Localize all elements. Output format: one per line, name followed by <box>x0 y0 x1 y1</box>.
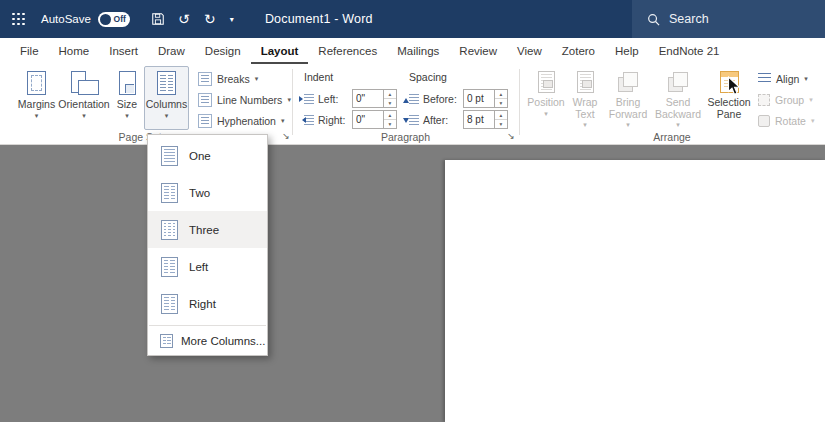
tab-file[interactable]: File <box>10 38 49 64</box>
columns-three-icon <box>161 220 178 240</box>
indent-left-input[interactable] <box>352 89 384 108</box>
spin-up-button[interactable]: ▴ <box>384 111 396 120</box>
align-button[interactable]: Align ▾ <box>758 69 808 88</box>
tab-draw[interactable]: Draw <box>148 38 195 64</box>
tab-review[interactable]: Review <box>449 38 507 64</box>
orientation-button[interactable]: Orientation ▾ <box>57 66 111 130</box>
spacing-before-row: Before: ▴ ▾ <box>405 89 508 108</box>
ribbon-tab-row: File Home Insert Draw Design Layout Refe… <box>0 38 825 64</box>
breaks-label: Breaks <box>217 73 250 85</box>
spacing-after-spinner: ▴ ▾ <box>463 110 508 129</box>
group-objects-icon <box>758 94 770 106</box>
document-page[interactable] <box>445 160 825 422</box>
menu-item-label: Right <box>189 298 216 310</box>
search-box[interactable]: Search <box>632 0 825 38</box>
spacing-before-icon <box>405 93 419 105</box>
autosave-label: AutoSave <box>41 13 91 25</box>
paragraph-dialog-launcher[interactable]: ↘ <box>505 130 517 142</box>
redo-button[interactable]: ↻ <box>199 8 221 30</box>
indent-heading: Indent <box>304 71 333 83</box>
chevron-down-icon: ▾ <box>809 96 813 104</box>
tab-layout[interactable]: Layout <box>251 38 309 64</box>
selection-pane-label: Selection Pane <box>707 97 751 120</box>
size-button[interactable]: Size ▾ <box>111 66 143 130</box>
quick-access-more-button[interactable]: ▾ <box>225 8 239 30</box>
indent-right-spinner: ▴ ▾ <box>352 110 397 129</box>
spin-up-button[interactable]: ▴ <box>495 111 507 120</box>
indent-right-label: Right: <box>318 114 348 126</box>
chevron-down-icon: ▾ <box>255 75 259 83</box>
margins-button[interactable]: Margins ▾ <box>14 66 59 130</box>
tab-mailings[interactable]: Mailings <box>387 38 449 64</box>
mouse-cursor <box>727 76 741 96</box>
chevron-down-icon: ▾ <box>281 117 285 125</box>
chevron-down-icon: ▾ <box>544 110 548 118</box>
columns-menu-item-left[interactable]: Left <box>148 248 267 285</box>
hyphenation-label: Hyphenation <box>217 115 276 127</box>
tab-home[interactable]: Home <box>49 38 100 64</box>
undo-button[interactable]: ↺ <box>173 8 195 30</box>
arrange-group-label: Arrange <box>519 131 825 143</box>
menu-item-label: Left <box>189 261 208 273</box>
menu-item-label: Two <box>189 187 210 199</box>
autosave-toggle[interactable]: Off <box>98 12 130 27</box>
word-window: AutoSave Off ↺ ↻ ▾ Document1 - Word Sear… <box>0 0 825 422</box>
indent-left-spinner: ▴ ▾ <box>352 89 397 108</box>
chevron-down-icon: ▾ <box>287 96 291 104</box>
indent-right-input[interactable] <box>352 110 384 129</box>
tab-design[interactable]: Design <box>195 38 251 64</box>
position-label: Position <box>527 97 564 109</box>
spin-down-button[interactable]: ▾ <box>384 120 396 128</box>
indent-left-icon <box>300 93 314 105</box>
spin-up-button[interactable]: ▴ <box>495 90 507 99</box>
columns-one-icon <box>161 146 178 166</box>
spacing-after-label: After: <box>423 114 459 126</box>
spin-down-button[interactable]: ▾ <box>495 120 507 128</box>
send-backward-icon <box>667 71 689 93</box>
columns-menu-item-two[interactable]: Two <box>148 174 267 211</box>
page-setup-dialog-launcher[interactable]: ↘ <box>280 130 292 142</box>
size-label: Size <box>117 99 137 111</box>
spacing-before-label: Before: <box>423 93 459 105</box>
chevron-down-icon: ▾ <box>82 112 86 120</box>
group-divider <box>292 69 293 135</box>
columns-right-icon <box>161 294 178 314</box>
spin-down-button[interactable]: ▾ <box>384 99 396 107</box>
send-backward-button: Send Backward ▾ <box>652 66 704 130</box>
tab-help[interactable]: Help <box>605 38 649 64</box>
more-columns-label: More Columns... <box>181 335 265 347</box>
breaks-button[interactable]: Breaks ▾ <box>198 69 258 88</box>
position-icon <box>538 71 555 93</box>
save-button[interactable] <box>147 8 169 30</box>
rotate-label: Rotate <box>775 115 806 127</box>
line-numbers-button[interactable]: Line Numbers ▾ <box>198 90 291 109</box>
spin-up-button[interactable]: ▴ <box>384 90 396 99</box>
spin-down-button[interactable]: ▾ <box>495 99 507 107</box>
ribbon: Margins ▾ Orientation ▾ Size ▾ Columns ▾… <box>0 64 825 145</box>
orientation-icon <box>71 71 97 95</box>
tab-endnote-21[interactable]: EndNote 21 <box>649 38 730 64</box>
wrap-text-label: Wrap Text <box>567 97 603 120</box>
columns-menu-item-right[interactable]: Right <box>148 285 267 322</box>
autosave-state: Off <box>114 13 126 25</box>
tab-references[interactable]: References <box>308 38 387 64</box>
more-columns-item[interactable]: More Columns... <box>148 329 267 353</box>
spacing-after-input[interactable] <box>463 110 495 129</box>
columns-menu-item-one[interactable]: One <box>148 137 267 174</box>
document-title: Document1 - Word <box>265 12 373 26</box>
indent-left-row: Left: ▴ ▾ <box>300 89 397 108</box>
tab-insert[interactable]: Insert <box>99 38 148 64</box>
chevron-down-icon: ▾ <box>583 121 587 129</box>
columns-two-icon <box>161 183 178 203</box>
columns-menu-item-three[interactable]: Three <box>148 211 267 248</box>
tab-zotero[interactable]: Zotero <box>552 38 605 64</box>
rotate-icon <box>758 115 770 127</box>
search-icon <box>647 13 660 26</box>
app-launcher-icon[interactable] <box>12 13 25 26</box>
hyphenation-button[interactable]: Hyphenation ▾ <box>198 111 284 130</box>
tab-view[interactable]: View <box>507 38 552 64</box>
chevron-down-icon: ▾ <box>804 75 808 83</box>
columns-button[interactable]: Columns ▾ <box>144 66 189 130</box>
spacing-before-input[interactable] <box>463 89 495 108</box>
search-label: Search <box>669 12 709 26</box>
